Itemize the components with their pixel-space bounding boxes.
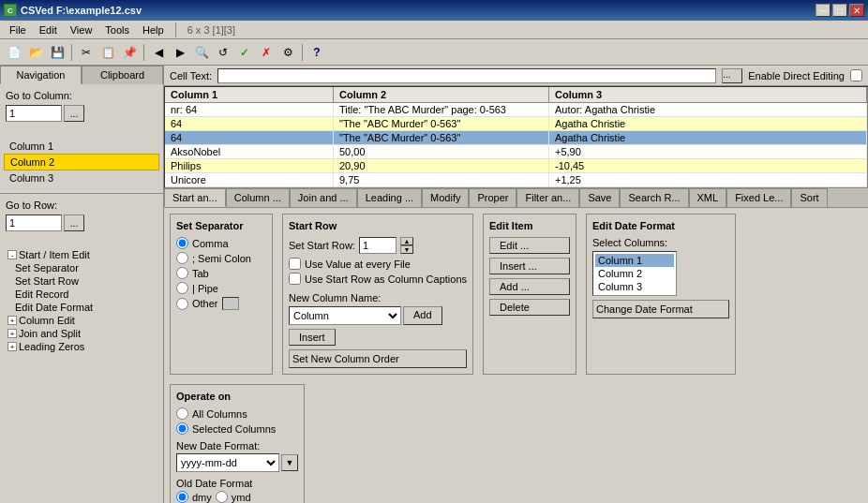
tree-item-edit-date-format[interactable]: Edit Date Format (11, 301, 159, 314)
column-list-item-2[interactable]: Column 2 (4, 154, 159, 170)
other-color-swatch[interactable] (222, 297, 239, 310)
grid-cell: 64 (165, 117, 334, 130)
cut-button[interactable]: ✂ (76, 42, 97, 63)
table-row[interactable]: Philips 20,90 -10,45 (165, 159, 867, 173)
edit-date-format-section: Edit Date Format Select Columns: Column … (586, 214, 736, 375)
column-list-item-1[interactable]: Column 1 (4, 139, 159, 154)
spin-down-button[interactable]: ▼ (400, 245, 413, 254)
edit-item-edit-button[interactable]: Edit ... (489, 237, 570, 254)
tab-proper[interactable]: Proper (469, 188, 516, 207)
copy-button[interactable]: 📋 (97, 42, 118, 63)
help-button[interactable]: ? (307, 42, 327, 63)
tree-item-column-edit[interactable]: + Column Edit (4, 314, 159, 327)
go-to-row-input[interactable] (6, 215, 62, 231)
spin-up-button[interactable]: ▲ (400, 237, 413, 245)
menu-edit[interactable]: Edit (34, 22, 63, 37)
enable-direct-checkbox[interactable] (850, 69, 862, 81)
expand-icon[interactable]: - (7, 250, 17, 259)
paste-button[interactable]: 📌 (119, 42, 140, 63)
tree-item-edit-record[interactable]: Edit Record (11, 288, 159, 301)
date-col-item-1[interactable]: Column 1 (595, 254, 674, 267)
go-to-column-input[interactable] (6, 105, 62, 122)
radio-ymd[interactable] (216, 491, 228, 503)
use-value-every-file-checkbox[interactable] (289, 258, 301, 270)
expand-icon-2[interactable]: + (7, 316, 17, 325)
cell-text-input[interactable] (217, 68, 716, 83)
tab-sort[interactable]: Sort (791, 188, 827, 207)
radio-comma[interactable] (176, 237, 188, 249)
cross-button[interactable]: ✗ (256, 42, 277, 63)
tab-column[interactable]: Column ... (226, 188, 290, 207)
grid-cell: Philips (165, 159, 334, 172)
go-to-row-button[interactable]: ... (64, 215, 84, 231)
radio-semicolon[interactable] (176, 252, 188, 264)
tab-join-and[interactable]: Join and ... (290, 188, 357, 207)
tab-modify[interactable]: Modify (422, 188, 469, 207)
table-row[interactable]: nr: 64 Title: "The ABC Murder" page: 0-5… (165, 103, 867, 117)
radio-tab[interactable] (176, 267, 188, 279)
tab-fixed-le[interactable]: Fixed Le... (726, 188, 791, 207)
new-col-name-select[interactable]: Column (289, 306, 401, 325)
grid-cell: Autor: Agatha Christie (549, 103, 867, 116)
table-row[interactable]: 64 "The "ABC Murder" 0-563" Agatha Chris… (165, 117, 867, 131)
column-list-item-3[interactable]: Column 3 (4, 170, 159, 185)
tree-item-start-edit[interactable]: - Start / Item Edit (4, 248, 159, 261)
start-row-spinner: ▲ ▼ (400, 237, 413, 254)
back-button[interactable]: ◀ (148, 42, 169, 63)
save-button[interactable]: 💾 (47, 42, 67, 63)
expand-icon-4[interactable]: + (7, 342, 17, 351)
tree-item-leading-zeros[interactable]: + Leading Zeros (4, 340, 159, 353)
start-row-input[interactable] (359, 237, 397, 254)
menu-file[interactable]: File (4, 22, 32, 37)
go-to-column-button[interactable]: ... (64, 105, 84, 122)
tab-start-an[interactable]: Start an... (164, 188, 226, 207)
tree-item-set-start-row[interactable]: Set Start Row (11, 274, 159, 288)
set-new-column-order-button[interactable]: Set New Column Order (289, 349, 467, 368)
minimize-button[interactable]: ─ (816, 4, 831, 17)
edit-item-delete-button[interactable]: Delete (489, 299, 570, 316)
date-col-item-2[interactable]: Column 2 (595, 267, 674, 280)
table-row[interactable]: 64 "The "ABC Murder" 0-563" Agatha Chris… (165, 131, 867, 145)
refresh-button[interactable]: ↺ (213, 42, 233, 63)
radio-selected-columns[interactable] (176, 422, 188, 435)
date-format-dropdown-button[interactable]: ▼ (281, 454, 298, 471)
tab-leading[interactable]: Leading ... (357, 188, 422, 207)
tab-search-r[interactable]: Search R... (620, 188, 688, 207)
close-button[interactable]: ✕ (849, 4, 864, 17)
add-column-button[interactable]: Add (403, 306, 442, 325)
radio-all-columns[interactable] (176, 407, 188, 420)
cell-text-expand-button[interactable]: ... (722, 68, 742, 83)
go-to-row-label: Go to Row: (6, 200, 157, 211)
radio-pipe[interactable] (176, 282, 188, 294)
tree-item-set-separator[interactable]: Set Separator (11, 261, 159, 274)
title-bar: C CSVed F:\example12.csv ─ □ ✕ (0, 0, 868, 21)
tab-filter[interactable]: Filter an... (516, 188, 579, 207)
settings-button[interactable]: ⚙ (277, 42, 298, 63)
tab-navigation[interactable]: Navigation (0, 66, 82, 84)
use-start-row-captions-checkbox[interactable] (289, 273, 301, 285)
insert-column-button[interactable]: Insert (289, 329, 336, 346)
radio-dmy[interactable] (176, 491, 188, 503)
table-row[interactable]: Unicore 9,75 +1,25 (165, 173, 867, 187)
forward-button[interactable]: ▶ (170, 42, 190, 63)
change-date-format-button[interactable]: Change Date Format (592, 300, 729, 318)
maximize-button[interactable]: □ (832, 4, 847, 17)
edit-item-insert-button[interactable]: Insert ... (489, 258, 570, 274)
expand-icon-3[interactable]: + (7, 329, 17, 338)
date-col-item-3[interactable]: Column 3 (595, 280, 674, 293)
tab-save[interactable]: Save (579, 188, 620, 207)
tab-clipboard[interactable]: Clipboard (82, 66, 163, 84)
check-button[interactable]: ✓ (234, 42, 255, 63)
radio-other[interactable] (176, 298, 188, 310)
menu-tools[interactable]: Tools (99, 22, 135, 37)
table-row[interactable]: AksoNobel 50,00 +5,90 (165, 145, 867, 159)
find-button[interactable]: 🔍 (191, 42, 212, 63)
new-button[interactable]: 📄 (4, 42, 24, 63)
menu-help[interactable]: Help (137, 22, 170, 37)
open-button[interactable]: 📂 (25, 42, 46, 63)
tree-item-join-split[interactable]: + Join and Split (4, 327, 159, 340)
edit-item-add-button[interactable]: Add ... (489, 278, 570, 295)
tab-xml[interactable]: XML (689, 188, 727, 207)
menu-view[interactable]: View (65, 22, 98, 37)
new-date-format-select[interactable]: yyyy-mm-dd (176, 453, 279, 472)
